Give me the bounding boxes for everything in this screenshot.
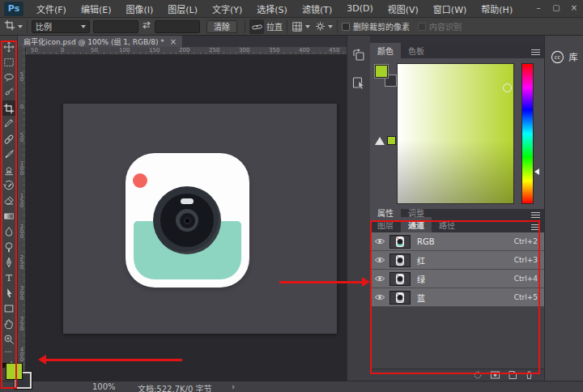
move-tool[interactable] [1,39,17,54]
hue-ramp[interactable] [521,63,534,204]
menu-filter[interactable]: 滤镜(T) [295,0,339,18]
menu-image[interactable]: 图像(I) [118,0,160,18]
history-brush-tool[interactable] [1,177,17,193]
channels-panel-buttons [370,369,544,379]
saturation-brightness-field[interactable] [397,63,514,204]
channel-row-green[interactable]: 绿 Ctrl+4 [370,270,544,288]
channel-thumbnail[interactable] [389,272,411,286]
panel-foreground-swatch[interactable] [375,65,388,78]
crop-tool-preset[interactable] [4,18,23,35]
close-button[interactable]: × [565,0,583,15]
properties-panel-icon[interactable] [352,76,366,92]
channel-row-rgb[interactable]: RGB Ctrl+2 [370,232,544,251]
foreground-color-swatch[interactable] [6,363,23,380]
crop-tool[interactable] [1,100,17,116]
clone-stamp-tool[interactable] [1,162,17,177]
edit-toolbar-ellipsis[interactable]: ⋯ [5,347,13,356]
checkbox-icon[interactable] [342,23,350,31]
history-panel-icon[interactable] [352,49,365,65]
libraries-label[interactable]: 库 [569,50,578,63]
channel-shortcut: Ctrl+5 [514,293,538,301]
spot-healing-brush-tool[interactable] [1,131,17,147]
tab-paths[interactable]: 路径 [432,217,462,232]
crop-height-input[interactable] [155,20,200,33]
menu-window[interactable]: 窗口(W) [426,0,474,18]
vertical-ruler[interactable]: 50 0 50 100 150 200 250 300 350 400 [18,47,26,381]
channel-thumbnail[interactable] [389,291,411,305]
canvas-area[interactable] [26,55,347,381]
horizontal-ruler[interactable]: 50 0 50 100 150 200 250 300 350 400 450 [26,47,347,55]
visibility-eye-icon[interactable] [375,294,389,300]
channel-name: 红 [417,254,514,266]
rectangle-tool[interactable] [1,300,17,316]
tab-channels[interactable]: 通道 [401,217,432,232]
brush-tool[interactable] [1,147,17,162]
channel-name: 蓝 [417,292,514,304]
menu-layer[interactable]: 图层(L) [160,0,205,18]
hand-tool[interactable] [1,316,17,331]
visibility-eye-icon[interactable] [375,257,389,263]
color-field-cursor[interactable] [503,83,512,92]
close-tab-icon[interactable]: × [170,37,177,46]
color-panel-body [370,58,544,209]
delete-cropped-pixels-option[interactable]: 删除裁剪的像素 [342,18,410,35]
quick-selection-tool[interactable] [1,85,17,100]
path-selection-tool[interactable] [1,285,17,300]
zoom-tool[interactable] [1,331,17,347]
panel-menu-icon[interactable] [531,224,540,230]
tab-color[interactable]: 颜色 [370,43,401,58]
blur-tool[interactable] [1,224,17,239]
rectangular-marquee-tool[interactable] [1,54,17,70]
menu-edit[interactable]: 编辑(E) [74,0,119,18]
eraser-tool[interactable] [1,193,17,208]
gamut-warning [375,136,396,145]
save-selection-as-channel-icon[interactable] [491,367,500,382]
menu-3d[interactable]: 3D(D) [339,0,381,18]
tab-layers[interactable]: 图层 [370,217,401,232]
load-channel-as-selection-icon[interactable] [474,367,482,382]
maximize-button[interactable]: ▢ [547,0,565,15]
eyedropper-tool[interactable] [1,116,17,131]
document-tab[interactable]: 扁平化icon.psd @ 100% (组 1, RGB/8) * × [18,36,182,47]
status-chevron-icon[interactable]: › [232,382,235,391]
aspect-ratio-select[interactable]: 比例 [32,20,90,33]
swap-dimensions-icon[interactable] [142,21,151,32]
delete-channel-icon[interactable] [526,367,533,382]
lasso-tool[interactable] [1,70,17,85]
hue-slider-arrow-icon[interactable] [534,168,539,175]
document-artboard[interactable] [63,104,337,334]
creative-cloud-icon[interactable]: cc [551,50,564,66]
zoom-level[interactable]: 100% [92,382,116,391]
menu-view[interactable]: 视图(V) [381,0,426,18]
visibility-eye-icon[interactable] [375,238,389,245]
tab-swatches[interactable]: 色板 [401,43,432,58]
overlay-options[interactable] [292,18,310,35]
crop-width-input[interactable] [93,20,138,33]
channel-thumbnail[interactable] [389,235,411,249]
menu-help[interactable]: 帮助(H) [474,0,520,18]
status-bar: 100% 文档:522.7K/0 字节 › [0,381,583,392]
crop-tool-icon [4,19,15,33]
panel-menu-icon[interactable] [531,212,540,218]
gamut-color-swatch[interactable] [387,136,396,145]
checkbox-icon [418,23,426,31]
pen-tool[interactable] [1,254,17,270]
menu-select[interactable]: 选择(S) [249,0,295,18]
minimize-button[interactable]: – [530,0,547,15]
channel-thumbnail[interactable] [389,254,411,267]
straighten-icon[interactable] [249,19,264,34]
panel-menu-icon[interactable] [531,49,540,55]
gradient-tool[interactable] [1,208,17,224]
channel-row-blue[interactable]: 蓝 Ctrl+5 [370,288,544,307]
channel-row-red[interactable]: 红 Ctrl+3 [370,251,544,270]
new-channel-icon[interactable] [509,367,517,382]
menu-type[interactable]: 文字(Y) [205,0,249,18]
channels-list: RGB Ctrl+2 红 Ctrl+3 绿 Ctrl+4 [370,232,544,307]
crop-settings[interactable] [315,18,333,35]
clear-button[interactable]: 清除 [206,20,237,33]
visibility-eye-icon[interactable] [375,275,389,282]
menu-file[interactable]: 文件(F) [29,0,74,18]
warning-triangle-icon[interactable] [375,137,385,145]
dodge-tool[interactable] [1,239,17,254]
type-tool[interactable]: T [1,270,17,285]
